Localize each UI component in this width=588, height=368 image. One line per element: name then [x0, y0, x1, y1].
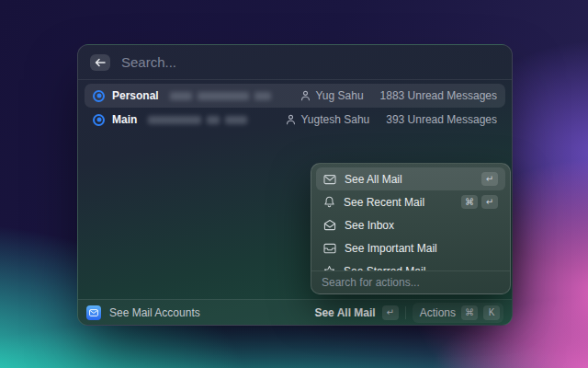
action-label: See Important Mail — [345, 242, 437, 255]
action-label: See Inbox — [345, 219, 394, 232]
status-bar: See Mail Accounts See All Mail ↵ Actions… — [78, 299, 512, 325]
account-owner: Yugtesh Sahu — [301, 113, 370, 126]
account-meta: Yugtesh Sahu 393 Unread Messages — [286, 113, 497, 126]
account-row-main[interactable]: Main Yugtesh Sahu 393 Unread Messages — [85, 108, 505, 132]
back-button[interactable] — [90, 54, 110, 71]
cmd-key-badge: ⌘ — [461, 305, 478, 320]
action-see-important-mail[interactable]: See Important Mail — [316, 236, 505, 259]
actions-search-row — [311, 270, 510, 293]
envelope-icon — [323, 174, 336, 185]
actions-search-input[interactable] — [322, 276, 500, 289]
unread-count: 393 Unread Messages — [386, 113, 497, 126]
action-label: See Recent Mail — [344, 196, 424, 209]
k-key-badge: K — [483, 305, 500, 320]
account-owner: Yug Sahu — [316, 89, 364, 102]
bell-icon — [323, 196, 335, 208]
arrow-left-icon — [95, 58, 106, 67]
command-title: See Mail Accounts — [109, 306, 200, 319]
action-see-inbox[interactable]: See Inbox — [316, 213, 505, 236]
tray-icon — [323, 243, 336, 254]
search-input[interactable] — [121, 54, 500, 70]
mail-app-icon — [86, 305, 101, 320]
return-key-badge: ↵ — [481, 195, 498, 209]
account-circle-icon — [93, 90, 105, 102]
action-see-starred-mail[interactable]: See Starred Mail — [316, 259, 505, 270]
account-label: Main — [112, 113, 137, 126]
primary-action-button[interactable]: See All Mail — [314, 306, 375, 319]
account-circle-icon — [93, 114, 105, 126]
return-key-badge: ↵ — [481, 172, 498, 186]
account-list: Personal Yug Sahu 1883 Unread Messages M… — [78, 80, 512, 132]
person-icon — [286, 114, 296, 125]
divider — [405, 306, 406, 319]
action-see-all-mail[interactable]: See All Mail ↵ — [316, 167, 505, 190]
redacted-email — [170, 92, 271, 100]
search-header — [78, 45, 512, 80]
unread-count: 1883 Unread Messages — [380, 89, 497, 102]
return-key-badge: ↵ — [382, 305, 399, 320]
actions-popup: See All Mail ↵ See Recent Mail ⌘ ↵ See I… — [311, 163, 511, 294]
actions-list: See All Mail ↵ See Recent Mail ⌘ ↵ See I… — [311, 164, 510, 270]
redacted-email — [148, 116, 247, 124]
action-label: See All Mail — [345, 173, 402, 186]
actions-menu-button[interactable]: Actions ⌘ K — [413, 303, 503, 323]
inbox-icon — [323, 219, 336, 231]
action-see-recent-mail[interactable]: See Recent Mail ⌘ ↵ — [316, 190, 505, 213]
cmd-key-badge: ⌘ — [461, 195, 478, 209]
account-row-personal[interactable]: Personal Yug Sahu 1883 Unread Messages — [85, 84, 505, 108]
account-label: Personal — [112, 89, 159, 102]
person-icon — [300, 90, 311, 101]
account-meta: Yug Sahu 1883 Unread Messages — [300, 89, 497, 102]
